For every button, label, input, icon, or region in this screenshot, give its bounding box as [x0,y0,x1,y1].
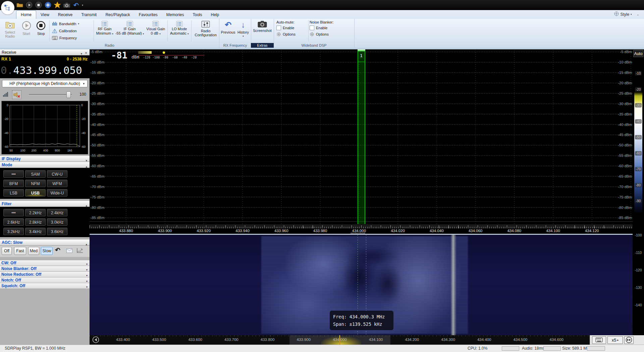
previous-button[interactable]: ↶ Previous [220,19,236,43]
tab-rec-playback[interactable]: Rec/Playback [101,11,134,19]
frequency-button[interactable]: Frequency [52,35,91,41]
mode-more-button[interactable]: ••• [3,170,24,178]
frequency-display[interactable]: 0.433.999.050 [0,62,90,78]
agc-fast-button[interactable]: Fast [14,247,26,255]
rx-marker-badge[interactable]: 1 [359,52,364,59]
agc-envelope-icon[interactable] [66,249,72,254]
auto-range-button[interactable]: Auto [633,50,643,57]
collapsed-section-header[interactable]: Notch: Off ▾ [0,277,90,283]
cpu-status: CPU: 1.0% [468,346,487,351]
collapsed-section-header[interactable]: CW: Off ▾ [0,260,90,266]
agc-header[interactable]: AGC: Slow ▴ [0,239,90,246]
audio-spectrum[interactable]: 0 -20 -40 -60 0 -20 -40 -60 50 100 200 4… [1,101,88,155]
agc-slow-button[interactable]: Slow [41,247,53,255]
filter-24-button[interactable]: 2.4kHz [47,209,67,216]
if-display-header[interactable]: IF Display ▾ [0,156,90,162]
collapse-arrow-icon[interactable]: ▾ [86,284,88,290]
noise-blanker-options-button[interactable]: Options [310,31,347,37]
volume-slider-thumb[interactable] [66,91,71,98]
auto-mute-options-button[interactable]: Options [276,31,307,37]
play-icon[interactable] [25,1,33,9]
history-button[interactable]: ↓ History ▾ [236,19,250,43]
favourite-star-icon[interactable] [54,1,61,9]
mode-wfm-button[interactable]: WFM [47,180,67,187]
tab-home[interactable]: Home [16,10,36,19]
mute-button[interactable] [12,90,21,99]
radio-configuration-button[interactable]: Radio Configuration [193,19,219,43]
tab-transmit[interactable]: Transmit [77,11,101,19]
filter-30-button[interactable]: 3.0kHz [47,218,67,226]
filter-36-button[interactable]: 3.6kHz [47,228,67,235]
tab-favourites[interactable]: Favourites [135,11,162,19]
camera-icon[interactable] [63,1,70,9]
band-navigation-bar[interactable]: 433.400433.500433.600433.700433.800433.9… [90,335,644,345]
filter-32-button[interactable]: 3.2kHz [3,228,24,235]
start-button[interactable]: Start [19,19,34,43]
dbm-label: -55 dBm [91,150,105,161]
bandwidth-button[interactable]: Bandwidth▾ [52,21,91,27]
signal-bar[interactable]: 1 [358,49,365,224]
app-menu-button[interactable] [1,1,14,14]
keyboard-entry-button[interactable] [592,336,606,344]
stop-button[interactable]: Stop [34,19,48,43]
mode-header[interactable]: Mode ▴ [0,162,90,168]
filter-28-button[interactable]: 2.8kHz [25,218,46,226]
waterfall-display[interactable]: Freq: 434.000.3 MHz Span: ±139.525 kHz [90,235,633,335]
mode-cwu-button[interactable]: CW-U [47,170,67,178]
filter-header[interactable]: Filter ▴ [0,201,90,207]
spectrum-frequency-ruler[interactable] [90,224,633,228]
tab-view[interactable]: View [36,11,54,19]
mode-lsb-button[interactable]: LSB [3,189,24,196]
agc-undo-icon[interactable]: ↶ [55,246,60,254]
style-dropdown-icon[interactable]: ▾ [631,13,632,16]
mode-wideu-button[interactable]: Wide-U [47,189,67,196]
agc-med-button[interactable]: Med [28,247,39,255]
fast-forward-button[interactable] [624,336,634,344]
open-folder-icon[interactable] [16,1,23,9]
calibration-button[interactable]: Calibration [52,28,91,34]
collapsed-section-header[interactable]: Noise Reduction: Off ▾ [0,272,90,277]
zoom-button[interactable]: x5 ▸ [607,336,623,344]
tab-receive[interactable]: Receive [54,11,77,19]
checkbox-icon [276,26,281,30]
audio-x-label: 100 [20,149,25,152]
filter-26-button[interactable]: 2.6kHz [3,218,24,226]
mode-bfm-button[interactable]: BFM [3,180,24,187]
mode-usb-button[interactable]: USB [25,189,46,196]
lo-mode-button[interactable]: LO Mode Automatic ▾ [169,19,190,43]
agc-graph-icon[interactable] [76,248,83,254]
collapsed-section-header[interactable]: Squelch: Off ▾ [0,283,90,289]
add-icon[interactable] [44,1,52,9]
agc-off-button[interactable]: Off [2,247,12,255]
tab-help[interactable]: Help [207,11,224,19]
tab-memories[interactable]: Memories [162,11,189,19]
qat-dropdown-icon[interactable]: ▾ [82,4,83,7]
dbm-label: -5 dBm [91,49,105,57]
visual-gain-button[interactable]: Visual Gain 0 dB ▾ [145,19,166,43]
volume-slider-track[interactable] [29,94,72,95]
undo-icon[interactable]: ↶ [72,1,80,9]
select-radio-button[interactable]: Select Radio [1,19,19,43]
collapse-ribbon-icon[interactable]: ⌄ [637,12,639,16]
stop-icon[interactable] [35,1,42,9]
if-gain-button[interactable]: IF Gain -55 dB (Manual) ▾ [114,19,145,43]
filter-more-button[interactable]: ••• [3,209,24,216]
scroll-left-button[interactable] [92,336,99,344]
screenshot-button[interactable]: Screenshot [251,19,273,43]
noise-blanker-enable-checkbox[interactable]: Enable [310,25,347,31]
receive-panel-header[interactable]: Receive ▾ × [0,49,90,55]
collapsed-section-header[interactable]: Noise Blanker: Off ▾ [0,266,90,272]
style-button[interactable]: Style [620,12,629,17]
rf-gain-button[interactable]: RF Gain Minimum ▾ [95,19,114,43]
filter-34-button[interactable]: 3.4kHz [25,228,46,235]
gear-icon [310,32,314,37]
if-spectrum-display[interactable]: 1 -5 dBm-10 dBm-15 dBm-20 dBm-25 dBm-30 … [90,49,633,224]
audio-device-select[interactable]: HP (Périphérique High Definition Audio) … [2,80,88,87]
mode-nfm-button[interactable]: NFM [25,180,46,187]
mode-sam-button[interactable]: SAM [25,170,46,178]
tab-tools[interactable]: Tools [189,11,207,19]
auto-mute-enable-checkbox[interactable]: Enable [276,25,307,31]
filter-22-button[interactable]: 2.2kHz [25,209,46,216]
audio-x-label: 200 [31,149,36,152]
auto-mute-label: Auto-mute: [276,20,307,24]
